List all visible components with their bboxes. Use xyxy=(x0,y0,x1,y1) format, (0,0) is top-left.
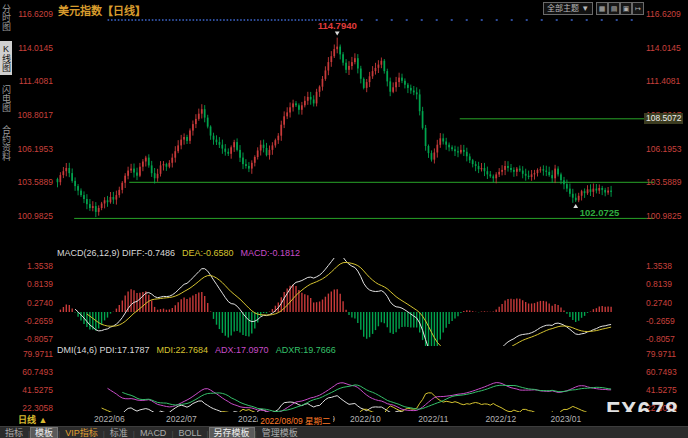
price-axis-label: 106.1953 xyxy=(11,144,53,154)
toolbar-item-BOLL[interactable]: BOLL xyxy=(173,428,206,438)
price-axis-label: 106.1953 xyxy=(646,144,681,154)
month-label: 2022/10 xyxy=(350,414,381,424)
sidebar-tab-1[interactable]: K线图 xyxy=(0,41,12,75)
toolbar-item-指标[interactable]: 指标 xyxy=(0,428,28,438)
month-label: 2022/07 xyxy=(166,414,197,424)
toolbar-item-管理模板[interactable]: 管理模板 xyxy=(257,428,303,438)
toolbar-item-另存模板[interactable]: 另存模板 xyxy=(209,427,255,438)
price-axis-label: 100.9825 xyxy=(646,211,681,221)
chart-type-sidebar: 分时图K线图闪电图合约资料 xyxy=(0,1,13,164)
price-axis-label: 79.9711 xyxy=(646,349,676,359)
price-axis-label: -0.2659 xyxy=(646,316,675,326)
sidebar-tab-3[interactable]: 合约资料 xyxy=(0,122,12,164)
price-axis-label: -0.8057 xyxy=(646,334,675,344)
toolbar-item-标准[interactable]: 标准 xyxy=(105,428,133,438)
period-label: 日线 xyxy=(18,415,36,425)
price-axis-label: 111.4081 xyxy=(646,76,680,86)
price-axis-label: 100.9825 xyxy=(11,211,53,221)
indicator-value: DEA:-0.6580 xyxy=(182,248,234,258)
triangle-up-icon: ▲ xyxy=(39,415,48,425)
price-axis-label: 41.5275 xyxy=(11,385,53,395)
crosshair-date: 2022/08/09 星期二 xyxy=(258,414,332,426)
dmi-indicator-header: DMI(14,6) PDI:17.1787MDI:22.7684ADX:17.0… xyxy=(57,345,343,356)
period-selector[interactable]: 日线 ▲ xyxy=(18,413,47,426)
indicator-toolbar: 指标|模板|VIP指标|标准|MACD|BOLL|另存模板|管理模板 xyxy=(0,426,688,438)
price-axis-label: 60.7493 xyxy=(11,367,53,377)
chart-canvas[interactable]: 114.7940102.0725 xyxy=(56,0,688,438)
maximize-icon[interactable]: ▣ xyxy=(620,2,632,15)
month-label: 2022/12 xyxy=(485,414,516,424)
price-axis-label: 41.5275 xyxy=(646,385,677,395)
chevron-down-icon: ▼ xyxy=(581,4,589,13)
toolbar-item-MACD[interactable]: MACD xyxy=(135,428,172,438)
theme-dropdown-label: 全部主题 xyxy=(547,4,579,13)
price-axis-label: 116.6209 xyxy=(646,9,681,19)
month-label: 2022/11 xyxy=(418,414,448,424)
indicator-value: DMI(14,6) PDI:17.1787 xyxy=(57,345,150,355)
chart-title: 美元指数【日线】 xyxy=(58,2,146,18)
toolbar-item-VIP指标[interactable]: VIP指标 xyxy=(60,428,103,438)
price-axis-label: 103.5889 xyxy=(11,177,53,187)
theme-dropdown[interactable]: 全部主题 ▼ xyxy=(543,2,593,15)
indicator-value: ADXR:19.7666 xyxy=(276,345,336,355)
price-axis-label: 79.9711 xyxy=(11,349,53,359)
price-axis-label: 108.8017 xyxy=(11,110,53,120)
svg-text:102.0725: 102.0725 xyxy=(580,207,620,218)
price-axis-label: 116.6209 xyxy=(11,9,53,19)
price-axis-label: 1.3538 xyxy=(646,261,672,271)
indicator-value: MDI:22.7684 xyxy=(157,345,209,355)
price-axis-label: 103.5889 xyxy=(646,177,681,187)
trading-app-window: 分时图K线图闪电图合约资料 美元指数【日线】 全部主题 ▼ ▦▤▣↦ 114.7… xyxy=(0,0,688,438)
indicator-value: ADX:17.0970 xyxy=(215,345,269,355)
month-label: 2022/06 xyxy=(94,414,125,424)
price-axis-label: 0.8139 xyxy=(646,279,672,289)
price-level-tag: 108.5072 xyxy=(644,113,683,124)
price-axis-label: 0.2740 xyxy=(646,298,672,308)
indicator-value: MACD(26,12,9) DIFF:-0.7486 xyxy=(57,248,175,258)
price-axis-label: -0.2659 xyxy=(11,316,53,326)
price-axis-label: 1.3538 xyxy=(11,261,53,271)
price-axis-label: 0.2740 xyxy=(11,298,53,308)
time-axis: 日线 ▲ 2022/062022/072022/082022/092022/10… xyxy=(0,412,688,426)
price-axis-label: 114.0145 xyxy=(11,43,53,53)
macd-indicator-header: MACD(26,12,9) DIFF:-0.7486DEA:-0.6580MAC… xyxy=(57,248,307,259)
list-view-icon[interactable]: ▤ xyxy=(608,2,620,15)
month-label: 2023/01 xyxy=(550,414,581,424)
price-axis-label: -0.8057 xyxy=(11,334,53,344)
price-axis-label: 0.8139 xyxy=(11,279,53,289)
svg-text:114.7940: 114.7940 xyxy=(318,20,357,31)
price-axis-label: 114.0145 xyxy=(646,43,681,53)
next-page-icon[interactable]: ↦ xyxy=(632,2,644,15)
price-axis-label: 111.4081 xyxy=(11,76,53,86)
price-axis-label: 60.7493 xyxy=(646,367,677,377)
indicator-value: MACD:-0.1812 xyxy=(241,248,301,258)
tile-windows-icon[interactable]: ▦ xyxy=(596,2,608,15)
sidebar-tab-2[interactable]: 闪电图 xyxy=(0,82,12,115)
toolbar-item-模板[interactable]: 模板 xyxy=(30,427,58,438)
sidebar-tab-0[interactable]: 分时图 xyxy=(0,1,12,34)
